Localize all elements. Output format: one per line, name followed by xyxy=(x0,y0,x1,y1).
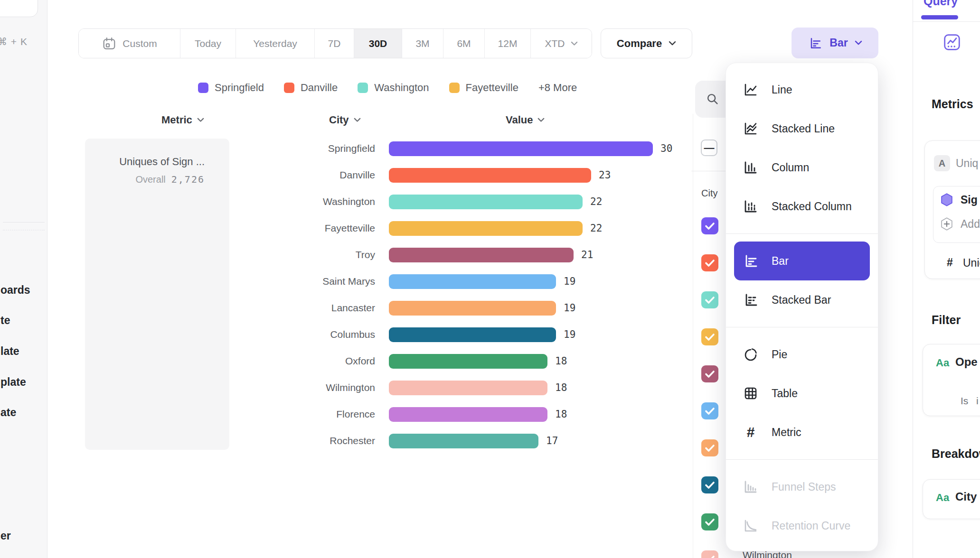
measured-prefix: # xyxy=(947,256,953,269)
bar-wilmington[interactable] xyxy=(389,381,547,395)
sidebar-search-box[interactable] xyxy=(0,0,38,17)
add-label[interactable]: Add xyxy=(961,218,980,231)
row-checkbox-washington[interactable] xyxy=(701,291,718,308)
menu-item-metric[interactable]: # Metric xyxy=(726,413,878,452)
check-icon xyxy=(701,291,718,308)
bar-florence[interactable] xyxy=(389,407,547,422)
date-range-custom[interactable]: Custom xyxy=(79,29,180,58)
menu-item-label: Table xyxy=(772,387,798,400)
row-checkbox-springfield[interactable] xyxy=(701,217,718,234)
bar-lancaster[interactable] xyxy=(389,301,556,316)
date-range-yesterday[interactable]: Yesterday xyxy=(236,29,314,58)
retention-curve-icon xyxy=(742,517,759,534)
menu-item-table[interactable]: Table xyxy=(726,374,878,413)
bar-columbus[interactable] xyxy=(389,327,556,342)
date-range-label: 7D xyxy=(328,38,341,49)
legend-label: Springfield xyxy=(215,82,264,94)
bar-value: 22 xyxy=(590,223,602,234)
filter-property: Ope xyxy=(955,355,978,369)
compare-button[interactable]: Compare xyxy=(601,28,692,58)
event-name: Sig xyxy=(961,194,978,206)
sidebar-item-5[interactable]: er xyxy=(0,530,11,542)
legend-item-washington[interactable]: Washington xyxy=(358,82,429,94)
bar-fayetteville[interactable] xyxy=(389,221,583,236)
menu-item-pie[interactable]: Pie xyxy=(726,335,878,374)
metric-column-header[interactable]: Metric xyxy=(161,114,204,126)
metrics-heading: Metrics xyxy=(932,97,973,111)
legend-item-fayetteville[interactable]: Fayetteville xyxy=(449,82,518,94)
row-checkbox-danville[interactable] xyxy=(701,254,718,271)
date-range-xtd[interactable]: XTD xyxy=(530,29,592,58)
menu-item-line[interactable]: Line xyxy=(726,70,878,109)
legend-swatch xyxy=(358,83,368,93)
menu-item-bar-selected[interactable]: Bar xyxy=(734,242,870,280)
row-checkbox-lancaster[interactable] xyxy=(701,439,718,456)
bar-springfield[interactable] xyxy=(389,141,653,156)
menu-item-column[interactable]: Column xyxy=(726,148,878,187)
legend-more-button[interactable]: +8 More xyxy=(538,82,577,94)
bar-chart-icon xyxy=(742,252,759,270)
bar-saint-marys[interactable] xyxy=(389,274,556,289)
bar-troy[interactable] xyxy=(389,248,574,262)
menu-item-label: Line xyxy=(772,84,792,96)
date-range-today[interactable]: Today xyxy=(180,29,236,58)
tab-query[interactable]: Query xyxy=(923,0,958,8)
menu-item-stacked-bar[interactable]: Stacked Bar xyxy=(726,280,878,319)
breakdown-city-header: City xyxy=(701,188,717,199)
add-event-icon[interactable] xyxy=(939,216,955,232)
filter-value[interactable]: i xyxy=(976,395,979,407)
date-range-label: 12M xyxy=(498,38,518,49)
date-range-30d-selected[interactable]: 30D xyxy=(354,29,402,58)
chart-type-button[interactable]: Bar xyxy=(792,28,878,58)
chart-row: Florence18 xyxy=(0,401,691,428)
chart-row: Washington22 xyxy=(0,188,691,215)
bar-washington[interactable] xyxy=(389,195,583,209)
check-icon xyxy=(701,365,718,382)
legend-item-springfield[interactable]: Springfield xyxy=(198,82,264,94)
hash-icon: # xyxy=(742,424,759,441)
filter-operator[interactable]: Is xyxy=(961,395,968,407)
date-range-7d[interactable]: 7D xyxy=(314,29,354,58)
bar-danville[interactable] xyxy=(389,168,591,183)
date-range-3m[interactable]: 3M xyxy=(402,29,443,58)
chevron-down-icon xyxy=(571,41,578,46)
menu-item-stacked-line[interactable]: Stacked Line xyxy=(726,109,878,148)
menu-item-stacked-column[interactable]: Stacked Column xyxy=(726,187,878,226)
query-tab-underline xyxy=(921,15,958,19)
legend-swatch xyxy=(284,83,294,93)
bar-rochester[interactable] xyxy=(389,434,538,448)
value-column-header[interactable]: Value xyxy=(506,114,545,126)
select-all-checkbox[interactable]: — xyxy=(701,140,717,156)
legend-swatch xyxy=(449,83,460,93)
chart-row: Troy21 xyxy=(0,242,691,268)
bar-value: 18 xyxy=(555,409,567,420)
metric-header-label: Metric xyxy=(161,114,192,126)
stacked-line-chart-icon xyxy=(742,120,759,137)
legend-item-danville[interactable]: Danville xyxy=(284,82,338,94)
date-range-6m[interactable]: 6M xyxy=(443,29,484,58)
bar-label: Washington xyxy=(0,196,375,207)
date-range-12m[interactable]: 12M xyxy=(484,29,530,58)
check-icon xyxy=(701,254,718,271)
row-checkbox-fayetteville[interactable] xyxy=(701,328,718,345)
row-checkbox-troy[interactable] xyxy=(701,365,718,382)
filter-card[interactable] xyxy=(923,344,980,416)
chart-row: Oxford18 xyxy=(0,348,691,374)
chart-row: Springfield30 xyxy=(0,135,691,162)
row-checkbox-oxford[interactable] xyxy=(701,513,718,530)
row-checkbox-wilmington[interactable] xyxy=(701,550,718,558)
bar-value: 21 xyxy=(581,249,593,260)
chart-row: Danville23 xyxy=(0,162,691,188)
bar-oxford[interactable] xyxy=(389,354,547,369)
chart-row: Rochester17 xyxy=(0,428,691,454)
city-header-label: City xyxy=(329,114,349,126)
bar-value: 22 xyxy=(590,196,602,207)
metric-name: Uniq xyxy=(956,157,978,170)
menu-item-retention-curve-disabled: Retention Curve xyxy=(726,506,878,545)
row-checkbox-columbus[interactable] xyxy=(701,476,718,493)
menu-item-label: Retention Curve xyxy=(772,520,850,532)
chart-row: Lancaster19 xyxy=(0,295,691,321)
city-column-header[interactable]: City xyxy=(329,114,361,126)
chart-preview-icon[interactable] xyxy=(943,33,961,51)
row-checkbox-saint-marys[interactable] xyxy=(701,402,718,419)
